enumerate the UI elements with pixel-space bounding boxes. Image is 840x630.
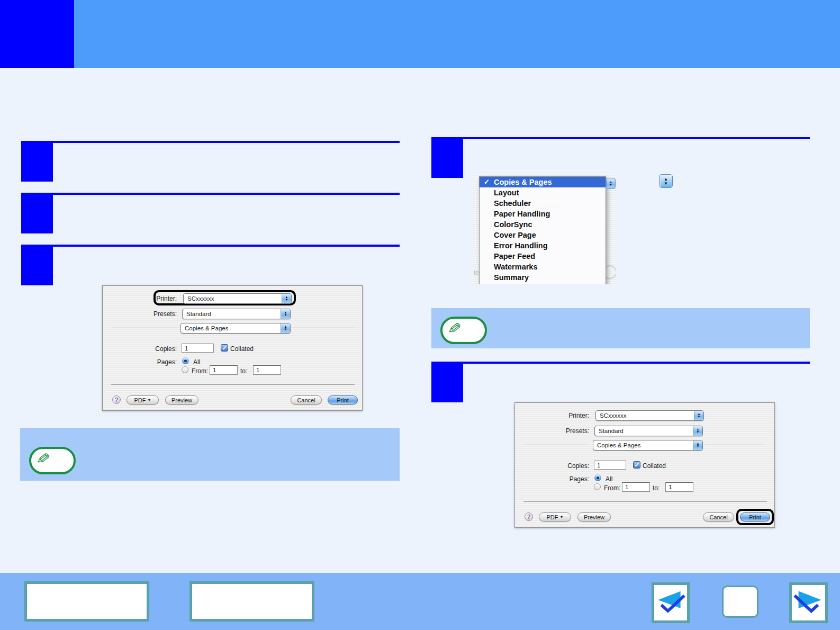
step-number-box bbox=[431, 364, 463, 402]
pages-to-field: 1 bbox=[253, 365, 281, 375]
preview-button: Preview bbox=[165, 395, 198, 404]
nav-forward-button[interactable] bbox=[789, 582, 828, 623]
pages-to-label: to: bbox=[240, 367, 247, 375]
menu-item-paper-handling: Paper Handling bbox=[480, 209, 606, 219]
collated-checkbox: ✓ bbox=[221, 344, 228, 352]
footer-bar bbox=[0, 573, 840, 630]
note-badge: ✎ bbox=[29, 447, 76, 474]
collated-label: Collated bbox=[230, 345, 254, 353]
presets-popup-value: Standard bbox=[595, 426, 693, 436]
collated-label: Collated bbox=[643, 462, 666, 470]
pdf-button: PDF▼ bbox=[127, 395, 159, 404]
divider bbox=[111, 384, 355, 385]
printer-label: Printer: bbox=[103, 295, 177, 302]
presets-label: Presets: bbox=[103, 310, 177, 318]
pane-selector-popup: Copies & Pages ▲▼ bbox=[593, 440, 703, 451]
print-button: Print bbox=[328, 395, 358, 404]
pages-from-field: 1 bbox=[210, 365, 238, 375]
divider bbox=[523, 445, 590, 445]
stepper-icon: ▲▼ bbox=[281, 323, 290, 333]
pencil-icon: ✎ bbox=[35, 448, 51, 469]
menu-item-error-handling: Error Handling bbox=[480, 240, 606, 251]
printer-popup-value: SCxxxxxx bbox=[184, 294, 282, 303]
nav-back-button[interactable] bbox=[652, 582, 690, 623]
forward-arrow-icon bbox=[792, 585, 825, 620]
page-header-bar bbox=[0, 0, 840, 68]
help-button: ? bbox=[112, 395, 121, 404]
pages-from-radio bbox=[182, 366, 188, 373]
step-rule bbox=[21, 141, 400, 143]
step-number-box bbox=[21, 247, 53, 285]
divider bbox=[292, 328, 354, 328]
menu-item-colorsync: ColorSync bbox=[480, 219, 606, 230]
stepper-icon: ▲▼ bbox=[281, 309, 290, 319]
stepper-icon: ▲▼ bbox=[693, 426, 702, 436]
copies-label: Copies: bbox=[515, 462, 589, 470]
pencil-icon: ✎ bbox=[447, 318, 463, 338]
stepper-icon: ▲▼ bbox=[694, 411, 703, 420]
pages-all-label: All bbox=[193, 358, 200, 366]
printer-label: Printer: bbox=[515, 412, 589, 419]
menu-item-copies-pages: ✓ Copies & Pages bbox=[480, 177, 606, 187]
presets-popup: Standard ▲▼ bbox=[594, 426, 703, 436]
footer-link-button-2[interactable] bbox=[189, 581, 314, 622]
pages-label: Pages: bbox=[103, 358, 177, 366]
inline-stepper-icon: ▲▼ bbox=[659, 174, 673, 188]
pages-from-field: 1 bbox=[622, 482, 650, 492]
step-rule bbox=[431, 362, 810, 364]
menu-item-scheduler: Scheduler bbox=[480, 198, 606, 209]
divider bbox=[111, 328, 178, 328]
pages-all-radio bbox=[182, 357, 189, 364]
pane-dropdown-menu: ✓ Copies & Pages Layout Scheduler Paper … bbox=[479, 176, 606, 284]
pages-from-label: From: bbox=[192, 367, 208, 375]
note-box-1: ✎ bbox=[20, 428, 400, 481]
stepper-icon: ▲▼ bbox=[606, 178, 616, 189]
nav-home-button[interactable] bbox=[722, 586, 758, 618]
menu-item-paper-feed: Paper Feed bbox=[480, 251, 606, 262]
stepper-icon: ▲▼ bbox=[282, 294, 291, 303]
pane-selector-popup: Copies & Pages ▲▼ bbox=[180, 323, 291, 334]
footer-link-button-1[interactable] bbox=[24, 581, 149, 622]
divider bbox=[523, 501, 767, 502]
menu-item-layout: Layout bbox=[480, 187, 606, 198]
presets-popup: Standard ▲▼ bbox=[182, 309, 291, 319]
note-badge: ✎ bbox=[440, 317, 487, 344]
cancel-button: Cancel bbox=[703, 512, 734, 521]
header-accent-block bbox=[0, 0, 74, 68]
step-number-box bbox=[21, 143, 53, 182]
print-dialog-screenshot-2: Printer: SCxxxxxx ▲▼ Presets: Standard ▲… bbox=[514, 402, 775, 528]
printer-popup: SCxxxxxx ▲▼ bbox=[595, 410, 704, 421]
pages-label: Pages: bbox=[515, 475, 589, 483]
highlight-ring-print-button bbox=[736, 509, 774, 525]
step-rule bbox=[431, 137, 810, 139]
menu-item-watermarks: Watermarks bbox=[480, 262, 606, 272]
printer-popup-value: SCxxxxxx bbox=[596, 411, 694, 420]
step-rule bbox=[21, 245, 400, 247]
copies-field: 1 bbox=[594, 461, 626, 470]
cancel-button: Cancel bbox=[291, 395, 322, 404]
copies-field: 1 bbox=[182, 344, 214, 353]
pages-all-label: All bbox=[606, 475, 612, 483]
pane-selector-value: Copies & Pages bbox=[181, 323, 281, 333]
pane-menu-screenshot: 1 Collated to: 1 iev ✓ Copies & Pages La… bbox=[473, 174, 616, 284]
menu-item-summary: Summary bbox=[480, 272, 606, 283]
stepper-icon: ▲▼ bbox=[693, 440, 702, 450]
menu-item-cover-page: Cover Page bbox=[480, 230, 606, 240]
help-button: ? bbox=[525, 512, 533, 521]
preview-button: Preview bbox=[577, 512, 611, 521]
pdf-arrow-icon: ▼ bbox=[560, 515, 564, 519]
pane-selector-value: Copies & Pages bbox=[593, 440, 693, 450]
step-rule bbox=[21, 193, 400, 195]
back-arrow-icon bbox=[654, 585, 687, 620]
step-number-box bbox=[21, 195, 53, 233]
checkmark-icon: ✓ bbox=[480, 177, 494, 187]
presets-label: Presets: bbox=[515, 427, 589, 435]
pages-from-radio bbox=[594, 483, 601, 490]
step-number-box bbox=[431, 139, 463, 178]
divider bbox=[704, 445, 766, 445]
pages-from-label: From: bbox=[604, 484, 620, 492]
copies-label: Copies: bbox=[103, 345, 177, 353]
pdf-button: PDF▼ bbox=[539, 512, 571, 521]
pages-all-radio bbox=[594, 474, 601, 481]
printer-popup: SCxxxxxx ▲▼ bbox=[183, 293, 292, 304]
